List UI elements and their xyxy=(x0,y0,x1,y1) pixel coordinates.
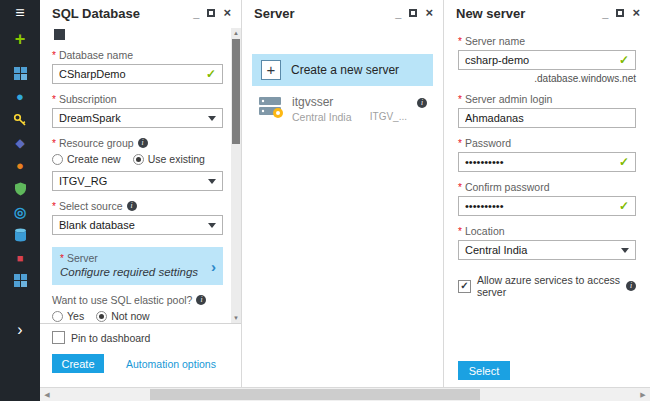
label-text: Server admin login xyxy=(465,93,553,105)
expand-chevron-icon[interactable]: › xyxy=(0,318,40,341)
blade-command-icon[interactable] xyxy=(54,29,65,40)
create-button[interactable]: Create xyxy=(52,354,104,373)
maximize-icon[interactable] xyxy=(409,9,417,17)
elastic-pool-label: Want to use SQL elastic pool? i xyxy=(52,294,223,306)
allow-azure-services[interactable]: ✓ Allow azure services to access server … xyxy=(458,274,636,298)
admin-login-input[interactable] xyxy=(465,112,629,124)
server-label: * Server xyxy=(60,252,215,264)
scrollbar-thumb[interactable] xyxy=(232,39,240,144)
server-location: Central India xyxy=(292,111,352,123)
close-icon[interactable]: × xyxy=(632,8,640,18)
new-plus-icon[interactable]: + xyxy=(0,26,40,52)
required-marker: * xyxy=(458,36,462,47)
blade-footer: Pin to dashboard Create Automation optio… xyxy=(40,323,241,387)
radio-create-new[interactable] xyxy=(52,154,63,165)
page-title: Server xyxy=(254,6,387,21)
server-name-input[interactable] xyxy=(465,54,613,66)
required-marker: * xyxy=(458,182,462,193)
hamburger-menu-icon[interactable]: ≡ xyxy=(0,0,40,26)
password-field[interactable]: ✓ xyxy=(458,152,636,172)
close-icon[interactable]: × xyxy=(425,8,433,18)
automation-options-link[interactable]: Automation options xyxy=(126,358,216,370)
label-text: Server xyxy=(67,252,98,264)
database-icon[interactable] xyxy=(0,223,40,246)
minimize-icon[interactable]: _ xyxy=(602,8,608,18)
info-icon[interactable]: i xyxy=(196,295,206,305)
location-select[interactable]: Central India xyxy=(458,240,636,260)
sidebar: ≡ + ● ◆ ● ◎ ■ › xyxy=(0,0,40,401)
globe-icon[interactable]: ● xyxy=(0,154,40,177)
scroll-left-arrow[interactable]: ◀ xyxy=(40,388,54,401)
select-source-label: * Select source i xyxy=(52,200,223,212)
minimize-icon[interactable]: _ xyxy=(395,8,401,18)
confirm-password-input[interactable] xyxy=(465,200,613,212)
scrollbar-thumb[interactable] xyxy=(150,389,480,400)
horizontal-scrollbar[interactable]: ◀ ▶ xyxy=(40,387,650,401)
blade-header: Server _ × xyxy=(242,0,443,26)
scroll-right-arrow[interactable]: ▶ xyxy=(636,388,650,401)
server-name-label: * Server name xyxy=(458,35,636,47)
admin-login-field[interactable] xyxy=(458,108,636,128)
maximize-icon[interactable] xyxy=(616,9,624,17)
blade-header: New server _ × xyxy=(444,0,650,26)
domain-suffix: .database.windows.net xyxy=(458,73,636,84)
label-text: Confirm password xyxy=(465,181,550,193)
sql-database-form: * Database name ✓ * Subscription DreamSp… xyxy=(40,26,231,323)
database-name-field[interactable]: ✓ xyxy=(52,64,223,84)
plus-icon: + xyxy=(261,60,281,80)
ring-icon[interactable]: ◎ xyxy=(0,200,40,223)
red-tile-icon[interactable]: ■ xyxy=(0,246,40,269)
pin-checkbox[interactable] xyxy=(52,331,65,344)
info-icon[interactable]: i xyxy=(417,98,427,108)
resource-group-select[interactable]: ITGV_RG xyxy=(52,171,223,191)
select-source-value: Blank database xyxy=(59,219,135,231)
info-icon[interactable]: i xyxy=(138,138,148,148)
label-text: Server name xyxy=(465,35,525,47)
radio-not-now[interactable] xyxy=(96,311,107,322)
required-marker: * xyxy=(52,201,56,212)
select-button[interactable]: Select xyxy=(458,361,510,380)
valid-check-icon: ✓ xyxy=(619,54,629,66)
shield-icon[interactable] xyxy=(0,177,40,200)
radio-use-existing[interactable] xyxy=(133,154,144,165)
allow-checkbox[interactable]: ✓ xyxy=(458,280,471,293)
cloud-circle-icon[interactable]: ● xyxy=(0,85,40,108)
create-new-server-item[interactable]: + Create a new server xyxy=(252,54,433,86)
subscription-select[interactable]: DreamSpark xyxy=(52,108,223,128)
minimize-icon[interactable]: _ xyxy=(193,8,199,18)
diamond-icon[interactable]: ◆ xyxy=(0,131,40,154)
scroll-down-arrow[interactable]: ▼ xyxy=(231,313,241,323)
subscription-label: * Subscription xyxy=(52,93,223,105)
required-marker: * xyxy=(52,50,56,61)
location-label: * Location xyxy=(458,225,636,237)
password-input[interactable] xyxy=(465,156,613,168)
label-text: Select source xyxy=(59,200,123,212)
info-icon[interactable]: i xyxy=(127,201,137,211)
select-source-select[interactable]: Blank database xyxy=(52,215,223,235)
create-new-server-label: Create a new server xyxy=(291,63,399,77)
database-name-input[interactable] xyxy=(59,68,200,80)
blade-scrollbar[interactable]: ▲ ▼ xyxy=(231,28,241,323)
blade-server: Server _ × + Create a new server itgvsse… xyxy=(242,0,444,387)
confirm-password-label: * Confirm password xyxy=(458,181,636,193)
required-marker: * xyxy=(458,226,462,237)
server-name-field[interactable]: ✓ xyxy=(458,50,636,70)
radio-yes[interactable] xyxy=(52,311,63,322)
info-icon[interactable]: i xyxy=(626,281,636,291)
scroll-up-arrow[interactable]: ▲ xyxy=(231,28,241,38)
all-resources-grid-icon[interactable] xyxy=(0,62,40,85)
server-picker[interactable]: * Server Configure required settings › xyxy=(52,247,223,285)
maximize-icon[interactable] xyxy=(207,9,215,17)
close-icon[interactable]: × xyxy=(223,8,231,18)
server-name: itgvsser xyxy=(292,95,352,109)
confirm-password-field[interactable]: ✓ xyxy=(458,196,636,216)
new-server-form: * Server name ✓ .database.windows.net * … xyxy=(444,35,650,298)
resource-group-label: * Resource group i xyxy=(52,137,223,149)
key-icon[interactable] xyxy=(0,108,40,131)
server-list-item[interactable]: itgvsser Central India ITGV_... i xyxy=(252,90,433,128)
grid-icon[interactable] xyxy=(0,269,40,292)
subscription-value: DreamSpark xyxy=(59,112,121,124)
resource-group-value: ITGV_RG xyxy=(59,175,107,187)
server-resource-group: ITGV_... xyxy=(370,111,407,122)
pin-to-dashboard[interactable]: Pin to dashboard xyxy=(52,331,229,344)
